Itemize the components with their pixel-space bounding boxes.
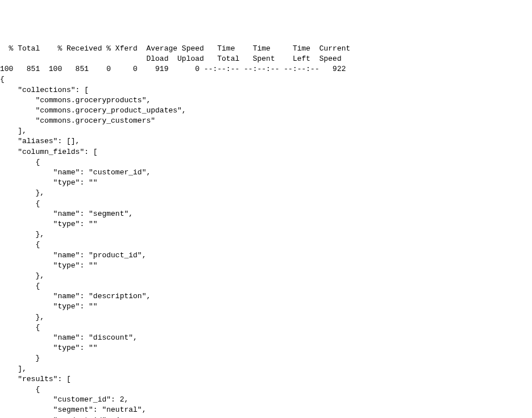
json-collection-item: "commons.groceryproducts", — [0, 96, 151, 104]
json-object-open: { — [0, 282, 40, 290]
json-column-fields-key: "column_fields": [ — [0, 148, 98, 156]
json-field-name: "name": "discount", — [0, 333, 138, 342]
json-result-customer-id: "customer_id": 2, — [0, 395, 128, 404]
json-results-key: "results": [ — [0, 375, 71, 383]
json-column-fields-close: ], — [0, 365, 27, 373]
json-field-name: "name": "customer_id", — [0, 168, 151, 177]
json-field-type: "type": "" — [0, 344, 98, 352]
json-collections-key: "collections": [ — [0, 86, 89, 94]
json-object-open: { — [0, 158, 40, 166]
json-object-open: { — [0, 240, 40, 249]
terminal-output: % Total % Received % Xferd Average Speed… — [0, 44, 532, 418]
curl-progress-header-1: % Total % Received % Xferd Average Speed… — [0, 44, 350, 53]
json-field-name: "name": "segment", — [0, 210, 133, 218]
json-collection-item: "commons.grocery_customers" — [0, 116, 155, 125]
json-field-type: "type": "" — [0, 261, 98, 270]
curl-progress-header-2: Dload Upload Total Spent Left Speed — [0, 55, 342, 63]
json-object-close: }, — [0, 230, 44, 239]
json-result-segment: "segment": "neutral", — [0, 406, 146, 414]
json-collections-close: ], — [0, 127, 27, 135]
json-open-brace: { — [0, 75, 5, 83]
json-aliases: "aliases": [], — [0, 137, 80, 145]
json-result-product-id: "product_id": 4, — [0, 416, 124, 419]
json-field-type: "type": "" — [0, 220, 98, 228]
json-object-open: { — [0, 323, 40, 332]
json-field-name: "name": "description", — [0, 292, 151, 300]
json-object-close: }, — [0, 313, 44, 321]
json-object-close: }, — [0, 271, 44, 280]
json-object-close: }, — [0, 189, 44, 197]
json-field-type: "type": "" — [0, 178, 98, 187]
json-object-open: { — [0, 199, 40, 208]
curl-progress-values: 100 851 100 851 0 0 919 0 --:--:-- --:--… — [0, 65, 346, 73]
json-object-open: { — [0, 385, 40, 394]
json-collection-item: "commons.grocery_product_updates", — [0, 106, 186, 115]
json-field-type: "type": "" — [0, 302, 98, 311]
json-field-name: "name": "product_id", — [0, 251, 146, 260]
json-object-close: } — [0, 354, 40, 362]
